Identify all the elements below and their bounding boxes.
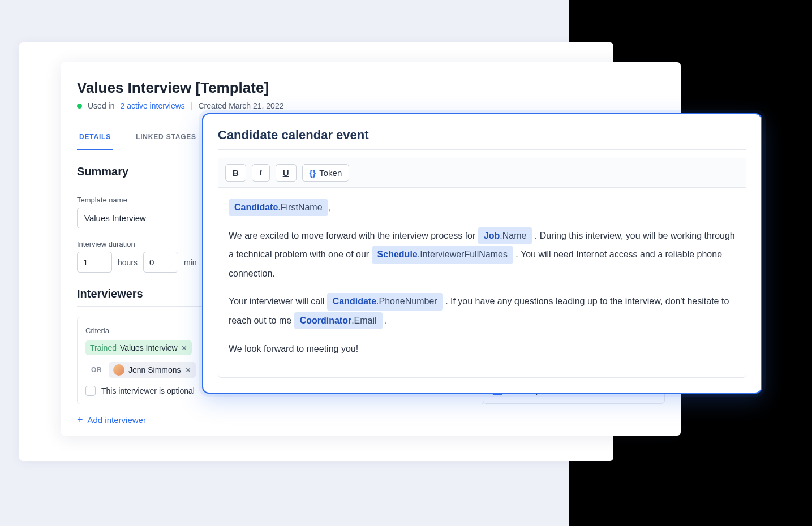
close-icon[interactable]: ✕ — [181, 344, 187, 352]
italic-button[interactable]: I — [252, 164, 270, 182]
text-p2c: . — [385, 316, 387, 325]
person-name: Jenn Simmons — [128, 365, 181, 374]
token-candidate-firstname[interactable]: Candidate.FirstName — [229, 199, 328, 216]
editor-title: Candidate calendar event — [218, 128, 746, 150]
token-coordinator-email[interactable]: Coordinator.Email — [294, 312, 383, 329]
criteria-chip[interactable]: Trained Values Interview ✕ — [85, 340, 192, 355]
text-comma: , — [328, 202, 330, 212]
hours-input[interactable] — [77, 252, 112, 273]
active-interviews-link[interactable]: 2 active interviews — [120, 101, 184, 110]
chip-trained: Trained — [90, 343, 117, 352]
optional-checkbox[interactable] — [85, 386, 96, 396]
bold-button[interactable]: B — [225, 164, 246, 182]
underline-icon: U — [283, 168, 289, 178]
chip-name: Values Interview — [120, 343, 178, 352]
created-label: Created March 21, 2022 — [199, 101, 284, 110]
editor-body: B I U {} Token Candidate.FirstName , We … — [218, 158, 746, 378]
editor-card: Candidate calendar event B I U {} Token … — [202, 113, 762, 394]
italic-icon: I — [259, 168, 263, 178]
token-button-label: Token — [319, 168, 342, 178]
optional-label: This interviewer is optional — [101, 386, 195, 395]
editor-toolbar: B I U {} Token — [218, 158, 746, 188]
text-p2a: Your interviewer will call — [229, 296, 327, 306]
token-button[interactable]: {} Token — [302, 164, 350, 182]
token-candidate-phone[interactable]: Candidate.PhoneNumber — [327, 293, 443, 310]
bold-icon: B — [233, 168, 239, 178]
meta-row: Used in 2 active interviews | Created Ma… — [77, 101, 665, 110]
person-chip[interactable]: Jenn Simmons ✕ — [109, 362, 196, 378]
minutes-unit: min — [184, 258, 197, 267]
status-dot-icon — [77, 104, 82, 109]
used-in-label: Used in — [88, 101, 114, 110]
meta-separator: | — [191, 101, 193, 110]
text-p1a: We are excited to move forward with the … — [229, 231, 478, 240]
page-title: Values Interview [Template] — [77, 79, 665, 97]
hours-unit: hours — [118, 258, 138, 267]
plus-icon: + — [77, 415, 83, 425]
underline-button[interactable]: U — [276, 164, 297, 182]
tab-details[interactable]: DETAILS — [77, 125, 113, 150]
minutes-input[interactable] — [143, 252, 178, 273]
tab-linked-stages[interactable]: LINKED STAGES — [134, 125, 199, 150]
editor-content[interactable]: Candidate.FirstName , We are excited to … — [218, 188, 746, 377]
avatar-icon — [113, 364, 124, 376]
add-interviewer-button[interactable]: + Add interviewer — [77, 415, 146, 425]
add-interviewer-label: Add interviewer — [88, 415, 146, 425]
text-p3: We look forward to meeting you! — [229, 344, 358, 353]
close-icon[interactable]: ✕ — [185, 366, 191, 374]
token-schedule-interviewers[interactable]: Schedule.InterviewerFullNames — [372, 246, 513, 263]
braces-icon: {} — [310, 168, 316, 178]
or-label: OR — [91, 366, 102, 374]
token-job-name[interactable]: Job.Name — [478, 227, 532, 244]
